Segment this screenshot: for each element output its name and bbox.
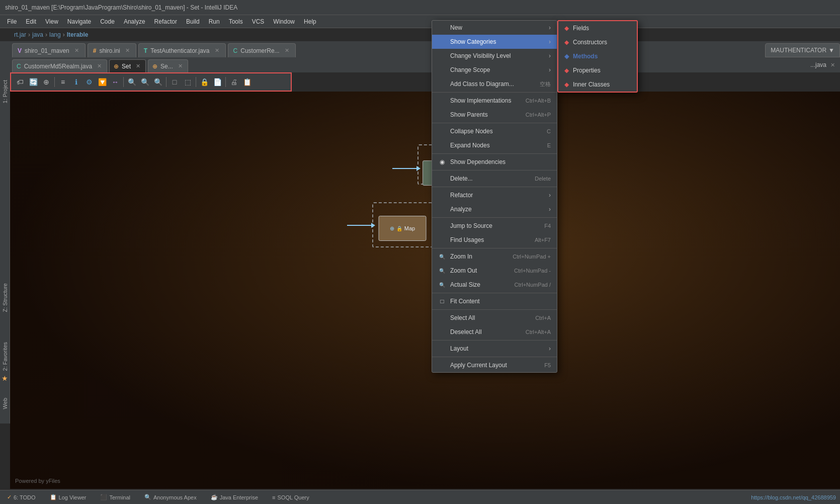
ctx-change-visibility[interactable]: Change Visibility Level › [432, 49, 557, 63]
status-todo[interactable]: ✓ 6: TODO [4, 493, 39, 501]
tab-customer-md5[interactable]: C CustomerMd5Realm.java ✕ [12, 59, 107, 72]
toolbar-btn-filter[interactable]: 🔽 [96, 76, 108, 88]
toolbar-btn-lock[interactable]: 🔒 [198, 76, 210, 88]
url-bar[interactable]: https://blog.csdn.net/qq_42688959 [751, 494, 836, 500]
status-log-viewer[interactable]: 📋 Log Viewer [47, 493, 90, 501]
toolbar-btn-arrows[interactable]: ↔ [109, 76, 121, 88]
toolbar-btn-doc[interactable]: 📄 [211, 76, 223, 88]
subitem-methods[interactable]: ◆ Methods [558, 49, 637, 63]
tab-shiro-maven[interactable]: V shiro_01_maven ✕ [12, 43, 86, 57]
menu-run[interactable]: Run [205, 17, 224, 27]
tab-mauthenticator[interactable]: MAUTHENTICATOR ▼ [765, 43, 840, 57]
favorites-star-icon[interactable]: ★ [2, 374, 8, 382]
toolbar-btn-crop[interactable]: ⬚ [182, 76, 194, 88]
menu-help[interactable]: Help [300, 17, 320, 27]
bc-rtjar[interactable]: rt.jar [14, 31, 26, 38]
tab-mauthenticator-arrow[interactable]: ▼ [828, 47, 834, 54]
subitem-constructors[interactable]: ◆ Constructors [558, 35, 637, 49]
ctx-expand[interactable]: Expand Nodes E [432, 138, 557, 152]
tab-se[interactable]: ⊕ Se... ✕ [148, 59, 188, 72]
ctx-analyze-icon [438, 205, 446, 213]
menu-build[interactable]: Build [182, 17, 204, 27]
tab-close-4[interactable]: ✕ [285, 47, 289, 54]
ctx-zoom-in[interactable]: 🔍 Zoom In Ctrl+NumPad + [432, 249, 557, 264]
toolbar-btn-list[interactable]: ≡ [57, 76, 69, 88]
status-soql[interactable]: ≡ SOQL Query [269, 493, 312, 501]
tab2-close-2[interactable]: ✕ [136, 63, 140, 69]
menu-file[interactable]: File [3, 17, 21, 27]
sidebar-project[interactable]: 1: Project [0, 41, 10, 142]
diagram-node-2-inner[interactable]: ⊕ 🔒 Map [379, 216, 427, 241]
subitem-inner-classes[interactable]: ◆ Inner Classes [558, 77, 637, 92]
subitem-fields[interactable]: ◆ Fields [558, 21, 637, 35]
ctx-show-deps[interactable]: ◉ Show Dependencies [432, 155, 557, 169]
menu-code[interactable]: Code [96, 17, 119, 27]
menu-tools[interactable]: Tools [225, 17, 247, 27]
menu-analyze[interactable]: Analyze [120, 17, 149, 27]
ctx-deselect-all[interactable]: Deselect All Ctrl+Alt+A [432, 325, 557, 339]
ctx-layout[interactable]: Layout › [432, 342, 557, 356]
ctx-layout-icon [438, 345, 446, 353]
ctx-delete[interactable]: Delete... Delete [432, 172, 557, 186]
tab-shiro-ini[interactable]: # shiro.ini ✕ [88, 43, 136, 57]
subitem-properties[interactable]: ◆ Properties [558, 63, 637, 77]
ctx-actual-size[interactable]: 🔍 Actual Size Ctrl+NumPad / [432, 278, 557, 292]
bc-iterable[interactable]: Iterable [67, 31, 89, 38]
menu-refactor[interactable]: Refactor [150, 17, 181, 27]
tab2-close-1[interactable]: ✕ [97, 63, 102, 69]
tab2-close-3[interactable]: ✕ [178, 63, 183, 69]
ctx-find-usages[interactable]: Find Usages Alt+F7 [432, 233, 557, 247]
context-menu[interactable]: New › Show Categories › Change Visibilit… [432, 20, 557, 373]
tab-set[interactable]: ⊕ Set ✕ [109, 59, 146, 72]
ctx-new[interactable]: New › [432, 21, 557, 35]
menu-view[interactable]: View [41, 17, 62, 27]
sidebar-item-structure[interactable]: Z: Structure [1, 280, 9, 315]
ctx-fit-content[interactable]: □ Fit Content [432, 294, 557, 308]
toolbar-btn-tags[interactable]: 🏷 [14, 76, 26, 88]
tab-test-authenticator[interactable]: T TestAuthenticator.java ✕ [138, 43, 226, 57]
sidebar-project-label[interactable]: 1: Project [1, 77, 9, 106]
tab-customer-re[interactable]: C CustomerRe... ✕ [228, 43, 296, 57]
toolbar-btn-zoom-in[interactable]: 🔍 [139, 76, 151, 88]
toolbar-btn-zoom-fit[interactable]: 🔍 [152, 76, 164, 88]
toolbar-btn-clipboard[interactable]: 📋 [241, 76, 253, 88]
menu-edit[interactable]: Edit [22, 17, 40, 27]
bc-lang[interactable]: lang [49, 31, 61, 38]
bc-java[interactable]: java [32, 31, 43, 38]
ctx-refactor-left: Refactor [438, 191, 473, 199]
more-tabs-close[interactable]: ✕ [830, 62, 835, 68]
ctx-show-parents[interactable]: Show Parents Ctrl+Alt+P [432, 108, 557, 122]
sidebar-item-favorites[interactable]: 2: Favorites [1, 339, 9, 374]
tab-close-2[interactable]: ✕ [125, 47, 130, 54]
tab2-label-2: Set [122, 63, 131, 70]
ctx-apply-layout[interactable]: Apply Current Layout F5 [432, 358, 557, 372]
menu-vcs[interactable]: VCS [248, 17, 269, 27]
menu-window[interactable]: Window [269, 17, 299, 27]
status-java-enterprise[interactable]: ☕ Java Enterprise [208, 493, 261, 501]
status-anonymous-apex[interactable]: 🔍 Anonymous Apex [141, 493, 200, 501]
submenu-categories[interactable]: ◆ Fields ◆ Constructors ◆ Methods ◆ Prop… [557, 20, 638, 93]
sidebar-item-web[interactable]: Web [1, 395, 9, 412]
toolbar-btn-settings[interactable]: ⚙ [83, 76, 95, 88]
ctx-refactor[interactable]: Refactor › [432, 188, 557, 202]
ctx-add-class[interactable]: Add Class to Diagram... 空格 [432, 77, 557, 91]
ctx-show-categories[interactable]: Show Categories › [432, 35, 557, 49]
menu-navigate[interactable]: Navigate [63, 17, 95, 27]
ctx-zoom-out[interactable]: 🔍 Zoom Out Ctrl+NumPad - [432, 264, 557, 278]
status-terminal[interactable]: ⬛ Terminal [97, 493, 133, 501]
toolbar-btn-add[interactable]: ⊕ [40, 76, 52, 88]
ctx-show-impl[interactable]: Show Implementations Ctrl+Alt+B [432, 94, 557, 108]
ctx-change-scope[interactable]: Change Scope › [432, 63, 557, 77]
ctx-analyze[interactable]: Analyze › [432, 202, 557, 216]
toolbar-btn-info[interactable]: ℹ [70, 76, 82, 88]
ctx-select-all[interactable]: Select All Ctrl+A [432, 311, 557, 325]
tab-close-1[interactable]: ✕ [74, 47, 79, 54]
ctx-selall-shortcut: Ctrl+A [535, 315, 551, 321]
ctx-jump-source[interactable]: Jump to Source F4 [432, 219, 557, 233]
toolbar-btn-print[interactable]: 🖨 [228, 76, 240, 88]
toolbar-btn-zoom-out[interactable]: 🔍 [126, 76, 138, 88]
toolbar-btn-refresh[interactable]: 🔄 [27, 76, 39, 88]
ctx-collapse[interactable]: Collapse Nodes C [432, 124, 557, 138]
toolbar-btn-rect[interactable]: □ [169, 76, 181, 88]
tab-close-3[interactable]: ✕ [215, 47, 219, 54]
